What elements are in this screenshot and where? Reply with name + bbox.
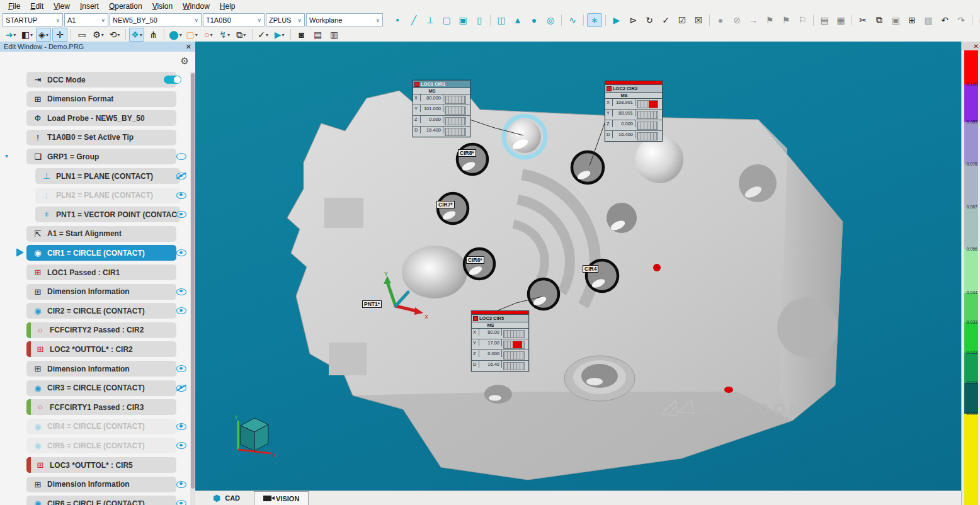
command-pill[interactable]: ○FCFCIRTY1 Passed : CIR3 xyxy=(26,399,176,415)
command-feature-cir4[interactable]: ◉CIR4 = CIRCLE (CONTACT) xyxy=(0,419,190,434)
mark-check-icon[interactable]: ✓ xyxy=(658,13,673,27)
mini-execute-icon[interactable]: ▶▾ xyxy=(272,28,287,42)
command-load-probe[interactable]: ФLoad Probe - NEW5_BY_50 xyxy=(0,110,190,126)
cylinder-icon[interactable]: ◫ xyxy=(494,13,509,27)
nominal-circle-icon[interactable]: ○▾ xyxy=(201,28,216,42)
label-cir7[interactable]: CIR7* xyxy=(436,201,455,208)
stop-all-icon[interactable]: ⊘ xyxy=(729,13,744,27)
command-feature-cir1[interactable]: ◉CIR1 = CIRCLE (CONTACT) xyxy=(0,245,190,261)
print-icon[interactable]: ⎙ xyxy=(976,13,980,27)
torus-icon[interactable]: ◎ xyxy=(543,13,558,27)
pages-icon[interactable]: ⧉▾ xyxy=(234,28,249,42)
camera-icon[interactable]: ◙ xyxy=(294,28,309,42)
command-feature-cir2[interactable]: ◉CIR2 = CIRCLE (CONTACT) xyxy=(0,303,190,319)
command-pill[interactable]: ⊞LOC2 *OUTTOL* : CIR2 xyxy=(26,341,176,357)
command-feature-pnt1[interactable]: ǂPNT1 = VECTOR POINT (CONTAC xyxy=(0,207,190,222)
quick-path-icon[interactable]: ↯▾ xyxy=(217,28,232,42)
nominal-rect-icon[interactable]: ▢▾ xyxy=(185,28,200,42)
loop-icon[interactable]: ↻ xyxy=(642,13,657,27)
tip-select[interactable]: T1A0B0∨ xyxy=(203,13,265,26)
auto-feature-icon[interactable]: ∗ xyxy=(587,13,602,27)
report-table-icon[interactable]: ▦ xyxy=(833,13,848,27)
menu-file[interactable]: File xyxy=(4,1,25,11)
command-dim-fcfcirty2[interactable]: ○FCFCIRTY2 Passed : CIR2 xyxy=(0,322,190,338)
edit-window-titlebar[interactable]: Edit Window - Demo.PRG ✕ xyxy=(0,42,195,52)
command-pill[interactable]: ⊞Dimension Information xyxy=(26,284,176,300)
close-icon[interactable]: ✕ xyxy=(186,43,191,51)
command-pill[interactable]: ǂPNT1 = VECTOR POINT (CONTAC xyxy=(35,207,180,222)
menu-vision[interactable]: Vision xyxy=(148,1,177,11)
chart-panel-icon[interactable]: ▥ xyxy=(327,28,342,42)
axis-select[interactable]: ZPLUS∨ xyxy=(266,13,305,26)
command-pill[interactable]: ⊞Dimension Format xyxy=(26,91,176,107)
round-slot-icon[interactable]: ▣ xyxy=(455,13,470,27)
eye-icon[interactable] xyxy=(176,288,186,295)
command-pill[interactable]: ◉CIR4 = CIRCLE (CONTACT) xyxy=(26,419,176,434)
tab-cad[interactable]: ⬢CAD xyxy=(204,492,249,505)
eye-icon[interactable] xyxy=(176,481,186,488)
parameters-icon[interactable]: ⚙▾ xyxy=(91,28,106,42)
eye-icon[interactable] xyxy=(176,211,186,218)
comment-icon[interactable]: ▭ xyxy=(74,28,89,42)
undo-icon[interactable]: ↶ xyxy=(937,13,952,27)
label-cir8[interactable]: CIR8* xyxy=(458,149,476,157)
command-pill[interactable]: ○FCFCIRTY2 Passed : CIR2 xyxy=(26,322,176,338)
stop-icon[interactable]: ● xyxy=(713,13,728,27)
dim-label-loc1-cir1[interactable]: LOC1 CIR1MSX80.000Y101.000Z0.000D16.400 xyxy=(413,80,470,137)
pan-zoom-icon[interactable]: ✛ xyxy=(52,28,67,42)
eye-icon[interactable] xyxy=(176,249,186,256)
close-icon[interactable]: ✕ xyxy=(974,43,979,50)
tab-vision[interactable]: VISION xyxy=(254,491,309,505)
eye-icon[interactable] xyxy=(176,192,186,199)
cad-view-icon[interactable]: ◈▾ xyxy=(36,28,51,42)
plane-icon[interactable]: ⊥ xyxy=(423,13,438,27)
eye-icon[interactable] xyxy=(176,153,186,160)
menu-help[interactable]: Help xyxy=(215,1,240,11)
menu-window[interactable]: Window xyxy=(178,1,214,11)
menu-insert[interactable]: Insert xyxy=(76,1,103,11)
command-dimension-information[interactable]: ⊞Dimension Information xyxy=(0,477,190,492)
eye-icon[interactable] xyxy=(176,500,186,505)
measured-feature-icon[interactable]: ⬤▾ xyxy=(168,28,183,42)
gage-panel-icon[interactable]: ▤ xyxy=(311,28,326,42)
eye-icon[interactable] xyxy=(176,423,186,430)
command-group-grp1[interactable]: ▾❏GRP1 = Group xyxy=(0,149,190,164)
dim-label-loc2-cir2[interactable]: LOC2 CIR2MSX108.991Y88.991Z0.000D16.400 xyxy=(605,81,663,142)
line-icon[interactable]: ╱ xyxy=(406,13,421,27)
point-icon[interactable]: • xyxy=(390,13,405,27)
label-cir4[interactable]: CIR4 xyxy=(583,265,598,273)
report-icon[interactable]: ▤ xyxy=(817,13,832,27)
command-feature-cir3[interactable]: ◉CIR3 = CIRCLE (CONTACT) xyxy=(0,380,190,396)
command-dimension-information[interactable]: ⊞Dimension Information xyxy=(0,284,190,300)
workplane-select[interactable]: Workplane∨ xyxy=(306,13,383,26)
paste-icon[interactable]: ▣ xyxy=(888,13,903,27)
clear-marked-icon[interactable]: ☒ xyxy=(691,13,706,27)
menu-operation[interactable]: Operation xyxy=(105,1,147,11)
bookmark-icon[interactable]: ⚑ xyxy=(762,13,777,27)
redo-icon[interactable]: ↷ xyxy=(954,13,969,27)
alignment-select[interactable]: A1∨ xyxy=(64,13,108,26)
bookmark-clear-icon[interactable]: ⚐ xyxy=(795,13,810,27)
square-slot-icon[interactable]: ▯ xyxy=(472,13,487,27)
eye-slash-icon[interactable] xyxy=(176,173,186,179)
menu-view[interactable]: View xyxy=(49,1,74,11)
probe-select[interactable]: NEW5_BY_50∨ xyxy=(110,13,202,26)
command-dim-fcfcirty1[interactable]: ○FCFCIRTY1 Passed : CIR3 xyxy=(0,399,190,415)
command-pill[interactable]: ◉CIR6 = CIRCLE (CONTACT) xyxy=(26,496,176,505)
clipboard-grid-icon[interactable]: ▥ xyxy=(921,13,936,27)
marked-sets-icon[interactable]: ☑ xyxy=(675,13,690,27)
probe-mode-icon[interactable]: ➜▾ xyxy=(3,28,18,42)
command-feature-pln1[interactable]: ⊥PLN1 = PLANE (CONTACT) xyxy=(0,168,190,184)
routine-select[interactable]: STARTUP∨ xyxy=(3,13,63,26)
command-pill[interactable]: ❏GRP1 = Group xyxy=(26,149,176,164)
cut-icon[interactable]: ✂ xyxy=(855,13,870,27)
command-alignment-a1[interactable]: ⇱A1 = Start Alignment xyxy=(0,226,190,242)
view-setup-icon[interactable]: ◧▾ xyxy=(20,28,35,42)
highlight-sphere-cir1[interactable] xyxy=(504,116,545,157)
eye-icon[interactable] xyxy=(176,365,186,372)
curve-icon[interactable]: ∿ xyxy=(565,13,580,27)
command-set-active-tip[interactable]: !T1A0B0 = Set Active Tip xyxy=(0,130,190,145)
label-cir6[interactable]: CIR6* xyxy=(466,256,484,264)
label-pnt1[interactable]: PNT1* xyxy=(362,300,382,308)
command-feature-pln2[interactable]: ⊥PLN2 = PLANE (CONTACT) xyxy=(0,188,190,203)
